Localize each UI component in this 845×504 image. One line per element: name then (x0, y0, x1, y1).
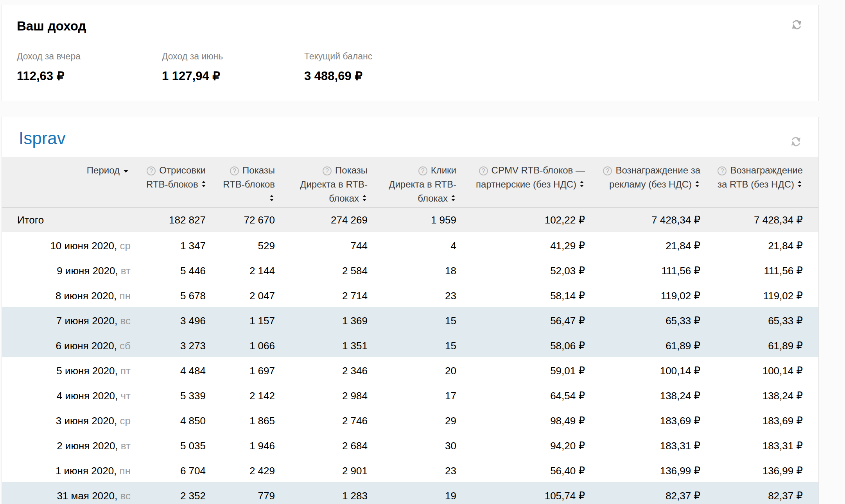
value-cell: 65,33 ₽ (601, 307, 716, 332)
table-row: 31 мая 2020, вс2 3527791 28319105,74 ₽82… (2, 482, 818, 504)
value-cell: 21,84 ₽ (716, 232, 818, 257)
column-header-line: RTB-блоков (146, 177, 206, 191)
sort-icon[interactable] (695, 181, 700, 187)
column-header-line: Вознаграждение за (601, 163, 700, 177)
sort-icon[interactable] (580, 181, 585, 187)
column-header-line: Директа в RTB- (291, 177, 368, 191)
income-stat-label: Доход за вчера (17, 50, 162, 62)
column-header-1[interactable]: ОтрисовкиRTB-блоков (146, 157, 221, 207)
column-header-7[interactable]: Вознаграждениеза RTB (без НДС) (716, 157, 818, 207)
value-cell: 111,56 ₽ (716, 257, 818, 282)
column-header-text: RTB-блоков (223, 179, 275, 189)
sort-icon[interactable] (270, 195, 275, 201)
value-cell: 100,14 ₽ (716, 357, 818, 382)
column-header-line: Показы (291, 163, 368, 177)
help-icon[interactable] (718, 166, 727, 175)
sort-icon[interactable] (362, 195, 368, 201)
value-cell: 6 704 (146, 457, 221, 482)
income-stat: Доход за вчера112,63 ₽ (17, 50, 162, 84)
period-cell: 6 июня 2020, сб (2, 332, 146, 357)
period-cell: 7 июня 2020, вс (2, 307, 146, 332)
stats-table: ПериодОтрисовкиRTB-блоковПоказыRTB-блоко… (2, 157, 818, 504)
value-cell: 4 (383, 232, 472, 257)
column-header-3[interactable]: ПоказыДиректа в RTB-блоках (291, 157, 383, 207)
block-title-link[interactable]: Isprav (19, 128, 66, 148)
value-cell: 2 714 (291, 282, 383, 307)
value-cell: 98,49 ₽ (472, 407, 601, 432)
help-icon[interactable] (418, 166, 427, 175)
value-cell: 61,89 ₽ (716, 332, 818, 357)
refresh-icon (791, 136, 801, 147)
date-text: 4 июня 2020, (57, 390, 118, 402)
value-cell: 138,24 ₽ (601, 382, 716, 407)
help-icon[interactable] (479, 166, 488, 175)
income-stat-value: 1 127,94 ₽ (162, 68, 304, 84)
value-cell: 1 283 (291, 482, 383, 504)
help-icon[interactable] (603, 166, 612, 175)
column-header-line (221, 191, 275, 206)
column-header-line: рекламу (без НДС) (601, 177, 700, 191)
column-header-2[interactable]: ПоказыRTB-блоков (221, 157, 291, 207)
total-label: Итого (2, 207, 146, 232)
value-cell: 21,84 ₽ (601, 232, 716, 257)
value-cell: 41,29 ₽ (472, 232, 601, 257)
column-header-text: Показы (335, 165, 368, 175)
period-cell: 1 июня 2020, пн (2, 457, 146, 482)
table-row: 2 июня 2020, вт5 0351 9462 6843094,20 ₽1… (2, 432, 818, 457)
value-cell: 1 157 (221, 307, 291, 332)
value-cell: 56,40 ₽ (472, 457, 601, 482)
table-header: ПериодОтрисовкиRTB-блоковПоказыRTB-блоко… (2, 157, 818, 207)
value-cell: 18 (383, 257, 472, 282)
table-row: 4 июня 2020, чт5 3392 1422 9841764,54 ₽1… (2, 382, 818, 407)
value-cell: 1 697 (221, 357, 291, 382)
value-cell: 744 (291, 232, 383, 257)
value-cell: 136,99 ₽ (601, 457, 716, 482)
date-text: 5 июня 2020, (56, 365, 117, 377)
day-of-week: сб (120, 340, 131, 352)
date-text: 7 июня 2020, (56, 315, 117, 327)
help-icon[interactable] (323, 166, 332, 175)
column-header-text: за RTB (без НДС) (718, 179, 794, 189)
total-value: 72 670 (221, 207, 291, 232)
value-cell: 1 946 (221, 432, 291, 457)
column-header-text: партнерские (без НДС) (476, 179, 576, 189)
table-row: 7 июня 2020, вс3 4961 1571 3691556,47 ₽6… (2, 307, 818, 332)
column-header-6[interactable]: Вознаграждение зарекламу (без НДС) (601, 157, 716, 207)
table-row: 10 июня 2020, ср1 347529744441,29 ₽21,84… (2, 232, 818, 257)
help-icon[interactable] (230, 166, 239, 175)
income-stat-label: Доход за июнь (162, 50, 304, 62)
value-cell: 2 429 (221, 457, 291, 482)
value-cell: 1 351 (291, 332, 383, 357)
total-row: Итого182 82772 670274 2691 959102,22 ₽7 … (2, 207, 818, 232)
value-cell: 59,01 ₽ (472, 357, 601, 382)
column-header-period[interactable]: Период (2, 157, 146, 207)
value-cell: 1 865 (221, 407, 291, 432)
refresh-button[interactable] (791, 19, 802, 30)
period-cell: 10 июня 2020, ср (2, 232, 146, 257)
value-cell: 779 (221, 482, 291, 504)
refresh-button[interactable] (791, 136, 801, 147)
sort-icon[interactable] (202, 181, 207, 187)
column-header-5[interactable]: CPMV RTB-блоков —партнерские (без НДС) (472, 157, 601, 207)
table-row: 6 июня 2020, сб3 2731 0661 3511558,06 ₽6… (2, 332, 818, 357)
column-header-4[interactable]: КликиДиректа в RTB-блоках (383, 157, 472, 207)
help-icon[interactable] (147, 166, 156, 175)
value-cell: 1 347 (146, 232, 221, 257)
period-cell: 9 июня 2020, вт (2, 257, 146, 282)
sort-desc-icon[interactable] (124, 170, 128, 173)
total-value: 7 428,34 ₽ (716, 207, 818, 232)
column-header-text: Клики (431, 165, 456, 175)
column-header-text: Период (87, 165, 120, 175)
value-cell: 529 (221, 232, 291, 257)
sort-icon[interactable] (798, 181, 803, 187)
income-stat-label: Текущий баланс (304, 50, 372, 62)
day-of-week: пт (120, 365, 131, 377)
column-header-line: Отрисовки (146, 163, 206, 177)
value-cell: 29 (383, 407, 472, 432)
column-header-text: рекламу (без НДС) (609, 179, 692, 189)
column-header-line: Клики (383, 163, 456, 177)
sort-icon[interactable] (451, 195, 456, 201)
value-cell: 4 850 (146, 407, 221, 432)
value-cell: 2 346 (291, 357, 383, 382)
value-cell: 23 (383, 282, 472, 307)
